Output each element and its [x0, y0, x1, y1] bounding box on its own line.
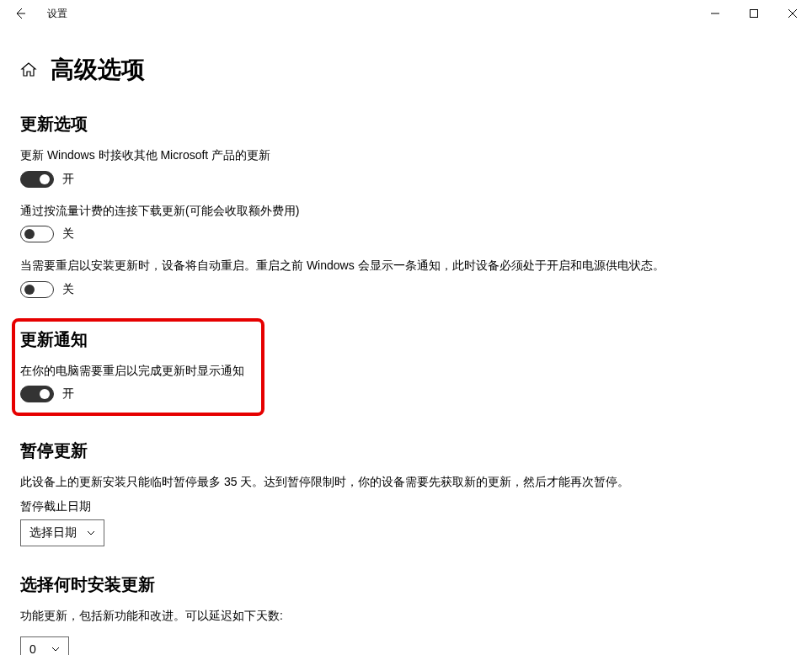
arrow-left-icon	[13, 7, 27, 20]
svg-rect-1	[751, 10, 758, 18]
toggle-receive-other-updates[interactable]	[20, 171, 54, 188]
maximize-icon	[750, 9, 758, 18]
defer-days-dropdown[interactable]: 0	[20, 636, 69, 655]
toggle-metered-download[interactable]	[20, 226, 54, 242]
toggle-state-label: 开	[62, 386, 74, 402]
setting-receive-other-updates: 更新 Windows 时接收其他 Microsoft 产品的更新 开	[20, 147, 792, 188]
pause-updates-desc: 此设备上的更新安装只能临时暂停最多 35 天。达到暂停限制时，你的设备需要先获取…	[20, 474, 792, 491]
toggle-row: 关	[20, 281, 792, 298]
pause-date-dropdown[interactable]: 选择日期	[20, 519, 104, 546]
toggle-knob	[24, 285, 35, 295]
install-schedule-section: 选择何时安装更新 功能更新，包括新功能和改进。可以延迟如下天数: 0	[20, 573, 792, 655]
toggle-knob	[40, 174, 50, 184]
chevron-down-icon	[87, 530, 95, 535]
toggle-state-label: 关	[62, 226, 74, 242]
minimize-button[interactable]	[696, 0, 735, 27]
setting-desc: 当需要重启以安装更新时，设备将自动重启。重启之前 Windows 会显示一条通知…	[20, 258, 792, 274]
minimize-icon	[711, 9, 719, 18]
chevron-down-icon	[51, 647, 60, 652]
page-title: 高级选项	[51, 54, 145, 86]
close-button[interactable]	[773, 0, 812, 27]
dropdown-value: 0	[29, 642, 36, 655]
setting-metered-download: 通过按流量计费的连接下载更新(可能会收取额外费用) 关	[20, 203, 792, 243]
setting-desc: 更新 Windows 时接收其他 Microsoft 产品的更新	[20, 147, 792, 164]
back-button[interactable]	[7, 0, 34, 27]
toggle-knob	[24, 229, 35, 239]
dropdown-value: 选择日期	[29, 525, 77, 541]
section-title-install-schedule: 选择何时安装更新	[20, 573, 792, 596]
pause-until-label: 暂停截止日期	[20, 499, 792, 514]
section-title-pause-updates: 暂停更新	[20, 439, 792, 462]
toggle-restart-notification[interactable]	[20, 386, 54, 402]
toggle-row: 关	[20, 226, 792, 242]
toggle-knob	[40, 389, 50, 399]
update-options-section: 更新选项 更新 Windows 时接收其他 Microsoft 产品的更新 开 …	[20, 113, 792, 298]
pause-updates-section: 暂停更新 此设备上的更新安装只能临时暂停最多 35 天。达到暂停限制时，你的设备…	[20, 439, 792, 546]
titlebar: 设置	[0, 0, 812, 27]
install-schedule-desc: 功能更新，包括新功能和改进。可以延迟如下天数:	[20, 608, 792, 625]
toggle-state-label: 开	[62, 172, 74, 187]
close-icon	[788, 9, 797, 18]
page-header: 高级选项	[20, 54, 792, 86]
toggle-row: 开	[20, 386, 256, 402]
toggle-state-label: 关	[62, 282, 74, 297]
window-controls	[696, 0, 812, 27]
setting-desc: 通过按流量计费的连接下载更新(可能会收取额外费用)	[20, 203, 792, 220]
section-title-update-options: 更新选项	[20, 113, 792, 136]
window-title: 设置	[47, 7, 67, 21]
update-notifications-section-highlighted: 更新通知 在你的电脑需要重启以完成更新时显示通知 开	[12, 318, 264, 417]
toggle-auto-restart[interactable]	[20, 281, 54, 298]
setting-restart-notification: 在你的电脑需要重启以完成更新时显示通知 开	[20, 363, 256, 403]
section-title-update-notifications: 更新通知	[20, 328, 256, 351]
content-area: 高级选项 更新选项 更新 Windows 时接收其他 Microsoft 产品的…	[0, 27, 812, 655]
home-icon[interactable]	[20, 61, 37, 78]
setting-auto-restart: 当需要重启以安装更新时，设备将自动重启。重启之前 Windows 会显示一条通知…	[20, 258, 792, 298]
toggle-row: 开	[20, 171, 792, 188]
maximize-button[interactable]	[735, 0, 773, 27]
setting-desc: 在你的电脑需要重启以完成更新时显示通知	[20, 363, 256, 380]
